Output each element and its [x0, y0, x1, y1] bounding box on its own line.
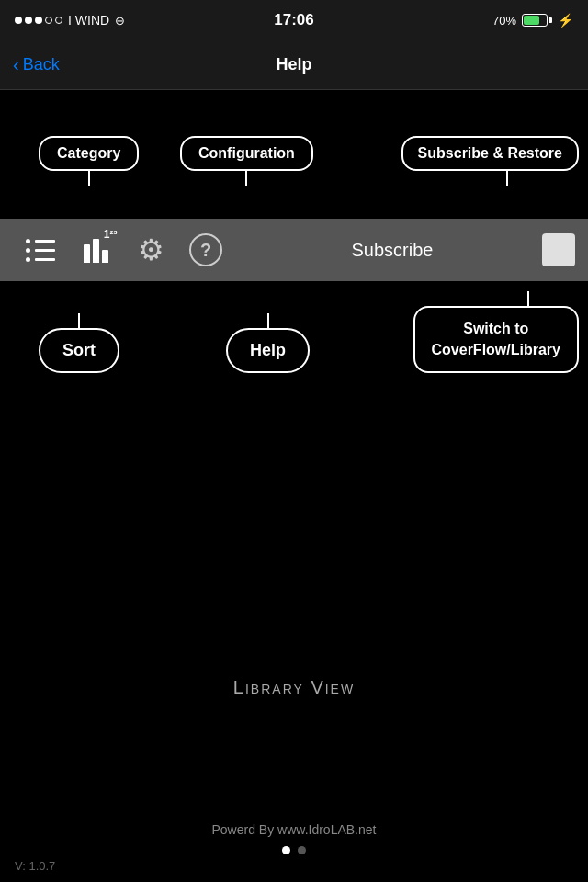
signal-dot-3	[35, 17, 42, 24]
coverflow-line2: CoverFlow/Library	[432, 342, 560, 357]
list-line-1	[35, 240, 55, 243]
signal-dot-1	[15, 17, 22, 24]
bar-1	[84, 244, 90, 263]
tooltip-help: Help	[226, 328, 310, 373]
gear-icon: ⚙	[138, 232, 164, 267]
status-right: 70% ⚡	[492, 13, 573, 28]
status-left: I WIND ⊖	[15, 13, 125, 28]
list-icon	[26, 239, 55, 262]
list-bullet-2	[26, 248, 30, 253]
battery-indicator	[522, 14, 552, 27]
back-label: Back	[23, 55, 60, 74]
tooltip-sort: Sort	[39, 328, 119, 373]
list-line-3	[35, 258, 55, 261]
sort-button[interactable]: 1²³	[68, 219, 123, 281]
time-display: 17:06	[274, 11, 313, 29]
carrier-label: I WIND	[68, 13, 109, 28]
bar-2	[93, 239, 99, 263]
back-button[interactable]: ‹ Back	[13, 54, 60, 75]
toolbar-section: Category Configuration Subscribe & Resto…	[0, 219, 588, 281]
list-row-2	[26, 248, 55, 253]
chart-bars	[84, 237, 108, 263]
powered-by-label: Powerd By www.IdroLAB.net	[212, 822, 377, 837]
battery-tip	[549, 17, 552, 23]
signal-dot-5	[55, 17, 62, 24]
toolbar: 1²³ ⚙ ? Subscribe	[0, 219, 588, 281]
tooltip-subscribe-restore: Subscribe & Restore	[401, 136, 579, 171]
battery-percent: 70%	[492, 14, 516, 28]
page-title: Help	[276, 55, 311, 74]
list-row-1	[26, 239, 55, 243]
sort-number-label: 1²³	[104, 228, 118, 241]
wifi-icon: ⊖	[115, 14, 125, 28]
nav-bar: ‹ Back Help	[0, 40, 588, 90]
chart-icon: 1²³	[84, 237, 108, 263]
white-square-button[interactable]	[542, 233, 575, 266]
list-line-2	[35, 249, 55, 252]
list-row-3	[26, 257, 55, 262]
footer: Powerd By www.IdroLAB.net	[0, 822, 588, 854]
library-view-label: Library View	[233, 677, 355, 698]
page-indicator	[282, 846, 306, 854]
signal-dot-2	[25, 17, 32, 24]
help-circle-icon: ?	[189, 233, 222, 266]
charging-bolt: ⚡	[558, 13, 573, 28]
main-content: Category Configuration Subscribe & Resto…	[0, 90, 588, 882]
signal-dot-4	[45, 17, 52, 24]
help-button[interactable]: ?	[178, 219, 233, 281]
list-bullet-1	[26, 239, 30, 243]
list-bullet-3	[26, 257, 30, 262]
page-dot-2	[298, 846, 306, 854]
category-button[interactable]	[13, 219, 68, 281]
back-chevron-icon: ‹	[13, 54, 19, 75]
configuration-button[interactable]: ⚙	[123, 219, 178, 281]
tooltip-coverflow: Switch to CoverFlow/Library	[413, 306, 579, 373]
bar-3	[102, 250, 108, 263]
signal-dots	[15, 17, 62, 24]
help-question-mark: ?	[200, 240, 211, 261]
battery-fill	[524, 16, 539, 25]
tooltip-configuration: Configuration	[180, 136, 313, 171]
page-dot-1	[282, 846, 290, 854]
battery-body	[522, 14, 548, 27]
version-label: V: 1.0.7	[15, 859, 55, 873]
coverflow-line1: Switch to	[463, 321, 528, 336]
tooltip-category: Category	[39, 136, 139, 171]
status-bar: I WIND ⊖ 17:06 70% ⚡	[0, 0, 588, 40]
subscribe-label: Subscribe	[233, 240, 542, 261]
